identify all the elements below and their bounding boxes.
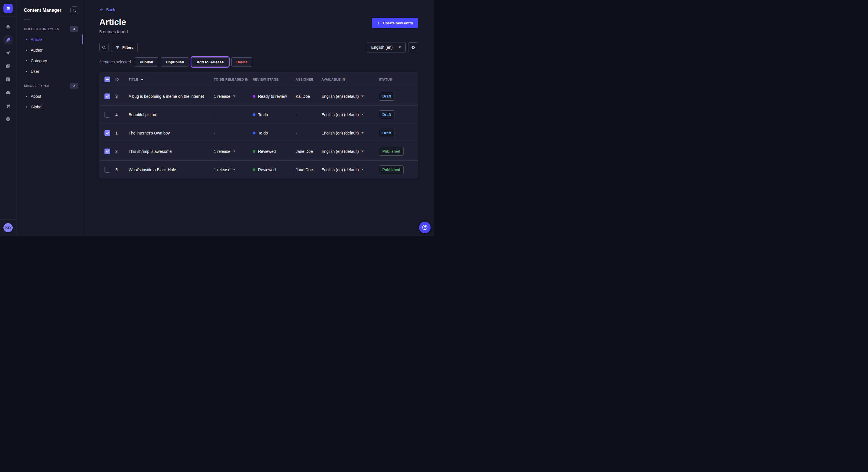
bullet-icon [26,96,27,97]
table-row[interactable]: 1 The internet's Own boy - To do - Engli… [99,124,418,142]
chevron-down-icon [398,46,401,48]
chevron-down-icon [361,169,364,170]
selection-count-text: 3 entries selected [99,60,131,64]
table-row[interactable]: 2 This shrimp is awesome 1 release Revie… [99,142,418,160]
sidebar-item-global[interactable]: Global [17,102,83,112]
content-manager-sidebar: Content Manager COLLECTION TYPES 4 Artic… [17,0,83,236]
sidebar-item-user[interactable]: User [17,66,83,76]
search-icon-button[interactable] [99,43,108,52]
content-manager-feather-icon[interactable] [3,35,12,44]
table-header-row: ID TITLE TO BE RELEASED IN REVIEW STAGE … [99,72,418,87]
chevron-down-icon [233,169,236,170]
cell-title: This shrimp is awesome [129,149,214,154]
home-icon[interactable] [3,22,12,31]
page-title: Article [99,17,128,27]
sidebar-item-about[interactable]: About [17,91,83,102]
table-row[interactable]: 5 What's inside a Black Hole 1 release R… [99,160,418,179]
search-icon-button[interactable] [70,6,79,14]
delete-button[interactable]: Delete [231,57,252,67]
cell-locale-dropdown[interactable]: English (en) (default) [321,94,379,99]
cell-release: - [214,112,253,117]
strapi-app: KD Content Manager COLLECTION TYPES 4 Ar… [0,0,434,236]
stage-dot-icon [253,132,255,134]
stage-dot-icon [253,150,255,153]
row-checkbox[interactable] [104,112,110,117]
content-type-builder-layout-icon[interactable] [3,75,12,84]
sidebar-title: Content Manager [24,8,61,13]
column-header-available-in[interactable]: AVAILABLE IN [321,78,379,81]
column-header-status[interactable]: STATUS [379,78,413,81]
cell-review-stage: Reviewed [253,167,296,172]
sort-ascending-icon [141,78,144,80]
filter-icon [115,45,120,49]
status-badge: Published [379,165,404,174]
sidebar-item-category[interactable]: Category [17,55,83,66]
view-settings-gear-button[interactable] [408,42,418,52]
status-badge: Draft [379,110,394,119]
help-button[interactable] [419,222,431,233]
sidebar-item-label: Category [31,59,47,63]
cell-id: 4 [115,112,129,117]
publish-button[interactable]: Publish [135,57,158,67]
settings-gear-icon[interactable] [3,114,12,124]
create-new-entry-button[interactable]: Create new entry [372,18,418,28]
table-row[interactable]: 3 A bug is becoming a meme on the intern… [99,87,418,105]
cell-assignee: - [296,112,321,117]
releases-paper-plane-icon[interactable] [3,48,12,58]
cell-locale-dropdown[interactable]: English (en) (default) [321,167,379,172]
cell-review-stage: Ready to review [253,94,296,99]
marketplace-cart-icon[interactable] [3,101,12,110]
filters-button[interactable]: Filters [111,43,138,52]
cell-review-stage: To do [253,112,296,117]
cell-locale-dropdown[interactable]: English (en) (default) [321,112,379,117]
rail-nav [3,22,12,220]
unpublish-button[interactable]: Unpublish [161,57,189,67]
locale-select[interactable]: English (en) [367,42,406,53]
cell-locale-dropdown[interactable]: English (en) (default) [321,149,379,154]
add-to-release-button[interactable]: Add to Release [192,57,228,67]
question-mark-icon [422,224,428,231]
column-header-id[interactable]: ID [115,78,129,81]
cell-assignee: - [296,131,321,135]
cell-release-dropdown[interactable]: 1 release [214,167,253,172]
status-badge: Draft [379,92,394,101]
sidebar-item-label: Author [31,48,42,53]
stage-dot-icon [253,113,255,116]
chevron-down-icon [233,150,236,152]
media-library-images-icon[interactable] [3,62,12,71]
stage-dot-icon [253,168,255,171]
chevron-down-icon [361,150,364,152]
sidebar-item-article[interactable]: Article [17,34,83,45]
select-all-checkbox[interactable] [104,76,110,82]
row-checkbox[interactable] [104,148,110,154]
table-row[interactable]: 4 Beautiful picture - To do - English (e… [99,105,418,124]
bullet-icon [26,71,27,72]
row-checkbox[interactable] [104,94,110,99]
section-label: SINGLE TYPES [24,84,50,88]
cell-release-dropdown[interactable]: 1 release [214,94,253,99]
user-avatar[interactable]: KD [3,223,12,232]
selection-bar: 3 entries selected Publish Unpublish Add… [99,57,418,67]
column-header-assignee[interactable]: ASSIGNEE [296,78,321,81]
section-count-badge: 4 [70,26,79,32]
plus-icon [377,21,380,25]
column-header-title[interactable]: TITLE [129,78,214,81]
column-header-review-stage[interactable]: REVIEW STAGE [253,78,296,81]
locale-selected-value: English (en) [371,45,393,49]
bullet-icon [26,49,27,51]
deploy-cloud-icon[interactable] [3,88,12,97]
sidebar-item-author[interactable]: Author [17,45,83,55]
sidebar-item-label: Article [31,37,42,42]
stage-dot-icon [253,95,255,98]
status-badge: Draft [379,129,394,137]
chevron-down-icon [233,96,236,97]
row-checkbox[interactable] [104,130,110,136]
back-link[interactable]: Back [99,7,115,12]
entries-count: 5 entries found [99,29,128,34]
sidebar-item-label: User [31,69,39,74]
row-checkbox[interactable] [104,167,110,173]
strapi-logo[interactable] [3,4,12,13]
cell-release-dropdown[interactable]: 1 release [214,149,253,154]
cell-locale-dropdown[interactable]: English (en) (default) [321,131,379,135]
column-header-to-be-released-in[interactable]: TO BE RELEASED IN [214,78,253,81]
